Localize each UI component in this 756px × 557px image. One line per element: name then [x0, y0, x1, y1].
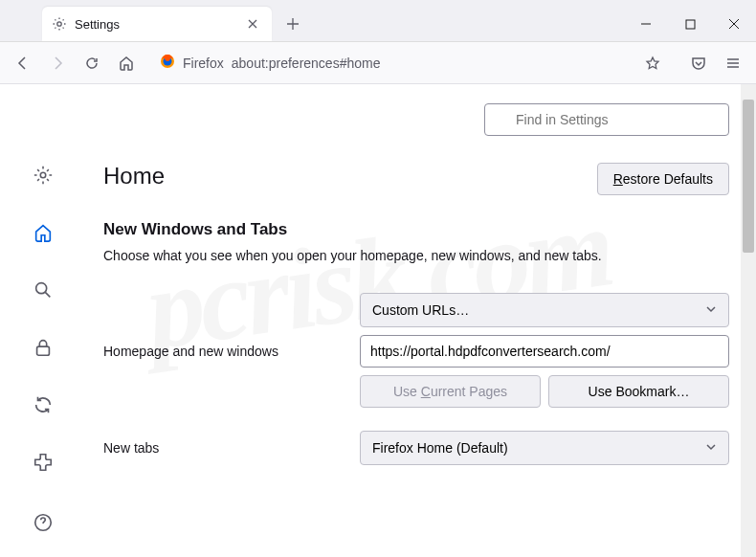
firefox-logo-icon	[160, 54, 175, 73]
svg-point-4	[40, 172, 46, 178]
sidebar-search[interactable]	[24, 271, 62, 309]
svg-point-5	[36, 283, 47, 294]
homepage-mode-dropdown[interactable]: Custom URLs…	[360, 293, 729, 327]
sidebar-extensions[interactable]	[24, 443, 62, 481]
bookmark-star-button[interactable]	[640, 51, 665, 76]
homepage-label: Homepage and new windows	[103, 344, 360, 359]
url-path: about:preferences#home	[232, 56, 381, 71]
window-controls	[624, 7, 756, 41]
use-current-pages-button[interactable]: Use Current Pages	[360, 375, 541, 408]
url-bar[interactable]: Firefox about:preferences#home	[151, 48, 674, 78]
forward-button[interactable]	[42, 48, 73, 78]
tab-close-button[interactable]	[243, 14, 262, 33]
newtabs-dropdown[interactable]: Firefox Home (Default)	[360, 431, 729, 465]
back-button[interactable]	[8, 48, 38, 78]
maximize-button[interactable]	[668, 7, 712, 41]
browser-tab[interactable]: Settings	[42, 7, 272, 41]
newtabs-label: New tabs	[103, 440, 360, 456]
pocket-button[interactable]	[683, 48, 714, 78]
close-button[interactable]	[712, 7, 756, 41]
scroll-thumb[interactable]	[743, 100, 754, 253]
search-input[interactable]	[484, 103, 729, 136]
svg-point-0	[57, 22, 61, 26]
menu-button[interactable]	[718, 48, 748, 78]
sidebar-privacy[interactable]	[24, 328, 62, 367]
section-description: Choose what you see when you open your h…	[103, 247, 729, 266]
svg-rect-6	[37, 346, 50, 355]
new-tab-button[interactable]	[278, 9, 308, 39]
content-area: Home Restore Defaults New Windows and Ta…	[0, 84, 756, 557]
scrollbar[interactable]	[741, 84, 756, 557]
restore-defaults-button[interactable]: Restore Defaults	[597, 163, 729, 195]
chevron-down-icon	[705, 440, 717, 456]
sidebar-help[interactable]	[24, 503, 62, 542]
toolbar: Firefox about:preferences#home	[0, 42, 756, 84]
page-title: Home	[103, 163, 165, 189]
reload-button[interactable]	[77, 48, 107, 78]
home-button[interactable]	[111, 48, 142, 78]
main-panel: Home Restore Defaults New Windows and Ta…	[86, 84, 756, 557]
section-title: New Windows and Tabs	[103, 220, 729, 239]
sidebar-home[interactable]	[24, 213, 62, 252]
url-identity: Firefox	[183, 56, 224, 71]
minimize-button[interactable]	[624, 7, 668, 41]
sidebar-sync[interactable]	[24, 386, 62, 424]
titlebar: Settings	[0, 0, 756, 42]
homepage-url-input[interactable]	[360, 335, 729, 368]
tab-title: Settings	[75, 17, 243, 32]
use-bookmark-button[interactable]: Use Bookmark…	[548, 375, 729, 408]
gear-icon	[52, 16, 67, 32]
sidebar	[0, 84, 86, 557]
svg-rect-1	[686, 20, 695, 29]
sidebar-general[interactable]	[24, 156, 62, 194]
chevron-down-icon	[705, 302, 717, 318]
